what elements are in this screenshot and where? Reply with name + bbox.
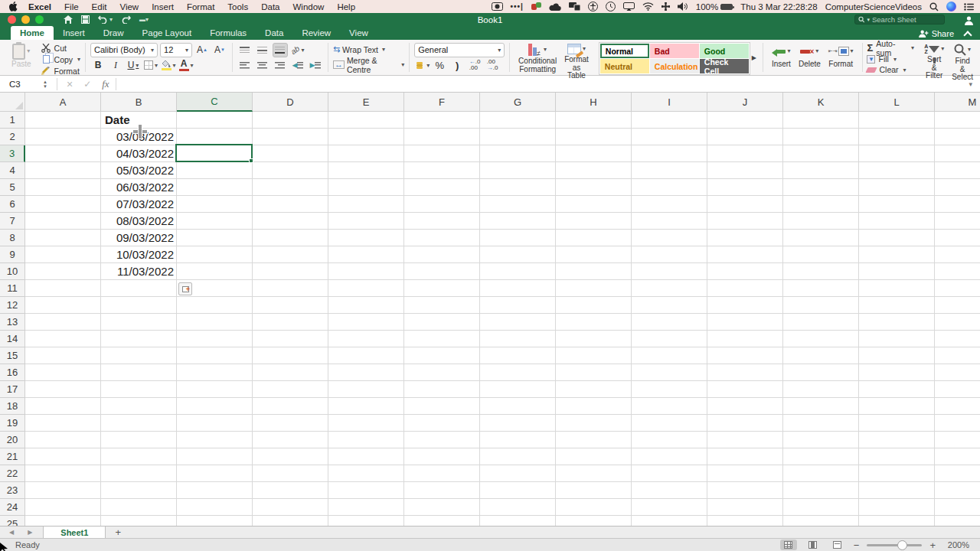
cell-a16[interactable] [25, 364, 101, 381]
ribbon-tab-home[interactable]: Home [11, 26, 54, 40]
cell-k18[interactable] [783, 398, 859, 415]
cell-j7[interactable] [707, 213, 783, 230]
row-header-20[interactable]: 20 [0, 432, 25, 448]
menu-item-data[interactable]: Data [261, 2, 279, 11]
cell-g7[interactable] [480, 213, 556, 230]
cell-f6[interactable] [404, 196, 480, 213]
cell-f15[interactable] [404, 347, 480, 364]
cell-e21[interactable] [328, 448, 404, 465]
cell-f4[interactable] [404, 162, 480, 179]
name-box-stepper[interactable]: ▲▼ [43, 80, 47, 89]
menu-item-insert[interactable]: Insert [152, 2, 174, 11]
cell-e16[interactable] [328, 364, 404, 381]
cell-a17[interactable] [25, 381, 101, 398]
column-header-b[interactable]: B [101, 93, 177, 112]
column-header-i[interactable]: I [632, 93, 707, 112]
cell-l24[interactable] [859, 499, 935, 516]
font-size-dropdown[interactable]: 12▾ [160, 43, 192, 57]
cell-f9[interactable] [404, 246, 480, 263]
ribbon-tab-formulas[interactable]: Formulas [201, 26, 256, 40]
menu-item-excel[interactable]: Excel [28, 2, 51, 11]
cell-m25[interactable] [935, 516, 980, 526]
normal-view-button[interactable] [780, 540, 797, 550]
cell-c15[interactable] [177, 347, 253, 364]
cell-a21[interactable] [25, 448, 101, 465]
column-header-f[interactable]: F [404, 93, 480, 112]
cell-m21[interactable] [935, 448, 980, 465]
cell-l19[interactable] [859, 415, 935, 432]
cell-e13[interactable] [328, 314, 404, 331]
cell-j2[interactable] [707, 129, 783, 145]
search-input[interactable] [872, 15, 941, 24]
cell-h2[interactable] [556, 129, 632, 145]
cell-m15[interactable] [935, 347, 980, 364]
cell-g23[interactable] [480, 482, 556, 499]
cell-d25[interactable] [253, 516, 328, 526]
cell-j9[interactable] [707, 246, 783, 263]
cell-h18[interactable] [556, 398, 632, 415]
enter-icon[interactable]: ✓ [83, 79, 91, 90]
cell-j5[interactable] [707, 179, 783, 196]
cell-g4[interactable] [480, 162, 556, 179]
add-sheet-button[interactable]: + [106, 527, 130, 538]
cell-b15[interactable] [101, 347, 177, 364]
insert-cells-button[interactable]: ▾ Insert [768, 42, 795, 73]
cell-f21[interactable] [404, 448, 480, 465]
autosum-button[interactable]: Σ Auto-sum▾ [867, 43, 914, 53]
cell-k12[interactable] [783, 297, 859, 314]
row-header-17[interactable]: 17 [0, 381, 25, 398]
cell-d21[interactable] [253, 448, 328, 465]
cell-i4[interactable] [632, 162, 707, 179]
cell-l12[interactable] [859, 297, 935, 314]
cell-h13[interactable] [556, 314, 632, 331]
collapse-ribbon-icon[interactable] [963, 31, 972, 39]
cell-d10[interactable] [253, 263, 328, 280]
cell-a13[interactable] [25, 314, 101, 331]
cell-k11[interactable] [783, 280, 859, 297]
menu-item-window[interactable]: Window [292, 2, 324, 11]
cell-k9[interactable] [783, 246, 859, 263]
cell-h6[interactable] [556, 196, 632, 213]
cell-h12[interactable] [556, 297, 632, 314]
cell-j13[interactable] [707, 314, 783, 331]
spotlight-search-icon[interactable] [929, 2, 939, 11]
cell-a12[interactable] [25, 297, 101, 314]
cell-i8[interactable] [632, 230, 707, 246]
cell-l9[interactable] [859, 246, 935, 263]
cell-b19[interactable] [101, 415, 177, 432]
cloud-icon[interactable] [549, 3, 561, 11]
cell-a15[interactable] [25, 347, 101, 364]
menu-item-file[interactable]: File [64, 2, 79, 11]
copy-button[interactable]: Copy▾ [41, 54, 81, 64]
cell-h20[interactable] [556, 432, 632, 448]
cell-h1[interactable] [556, 112, 632, 129]
cell-j6[interactable] [707, 196, 783, 213]
cell-m23[interactable] [935, 482, 980, 499]
cell-style-neutral[interactable]: Neutral [600, 59, 649, 73]
cell-h11[interactable] [556, 280, 632, 297]
cell-style-good[interactable]: Good [700, 44, 749, 58]
cell-l2[interactable] [859, 129, 935, 145]
cell-l21[interactable] [859, 448, 935, 465]
autofill-options-button[interactable]: + [178, 282, 192, 295]
menu-item-edit[interactable]: Edit [92, 2, 107, 11]
cell-c19[interactable] [177, 415, 253, 432]
cell-c16[interactable] [177, 364, 253, 381]
align-center-button[interactable] [255, 58, 270, 73]
insert-function-icon[interactable]: fx [102, 78, 109, 90]
cell-l14[interactable] [859, 331, 935, 347]
increase-indent-button[interactable]: ▶ [308, 58, 323, 73]
cell-e24[interactable] [328, 499, 404, 516]
column-header-d[interactable]: D [253, 93, 328, 112]
cell-j24[interactable] [707, 499, 783, 516]
row-header-8[interactable]: 8 [0, 230, 25, 246]
cell-g3[interactable] [480, 145, 556, 162]
cell-e23[interactable] [328, 482, 404, 499]
cell-h10[interactable] [556, 263, 632, 280]
cell-i11[interactable] [632, 280, 707, 297]
cell-m8[interactable] [935, 230, 980, 246]
cell-j22[interactable] [707, 465, 783, 482]
row-header-21[interactable]: 21 [0, 448, 25, 465]
cell-d13[interactable] [253, 314, 328, 331]
cell-c23[interactable] [177, 482, 253, 499]
